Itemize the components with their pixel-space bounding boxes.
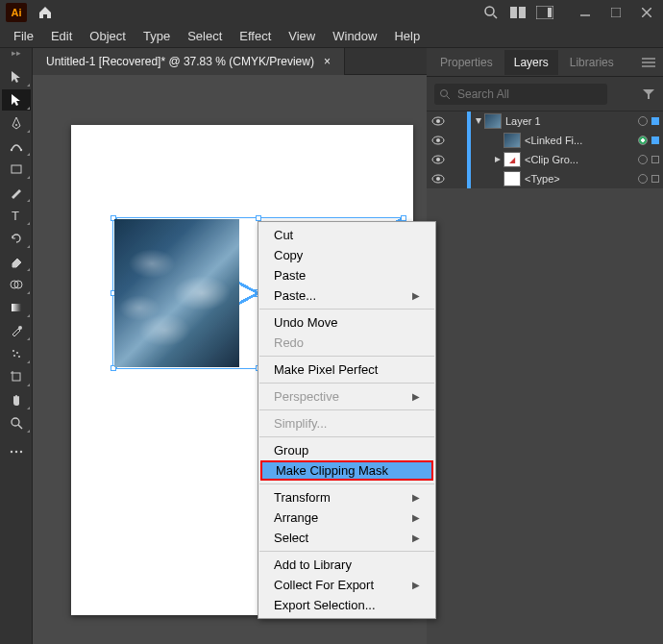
svg-point-30: [20, 451, 22, 453]
layer-name[interactable]: <Linked Fi...: [525, 135, 634, 146]
home-button[interactable]: [35, 2, 56, 23]
svg-point-21: [13, 355, 15, 357]
ctx-redo: Redo: [258, 333, 435, 353]
layer-row[interactable]: ◢ <Clip Gro...: [427, 150, 663, 169]
tools-panel: ▸▸ T: [0, 48, 33, 644]
layer-thumbnail: ◢: [503, 152, 521, 167]
ctx-export-selection[interactable]: Export Selection...: [258, 595, 435, 615]
svg-point-29: [15, 451, 17, 453]
eyedropper-tool[interactable]: [2, 320, 31, 341]
target-icon[interactable]: [634, 155, 651, 164]
ctx-paste[interactable]: Paste: [258, 265, 435, 285]
visibility-toggle[interactable]: [427, 116, 450, 126]
svg-rect-2: [510, 7, 517, 18]
artboard-tool[interactable]: [2, 366, 31, 387]
ctx-group[interactable]: Group: [258, 440, 435, 460]
ctx-arrange[interactable]: Arrange▶: [258, 508, 435, 528]
svg-line-35: [447, 96, 450, 99]
layer-row[interactable]: <Type>: [427, 169, 663, 188]
menu-help[interactable]: Help: [386, 26, 428, 46]
tab-layers[interactable]: Layers: [504, 50, 558, 75]
layers-search-input[interactable]: [434, 84, 607, 105]
maximize-button[interactable]: [607, 4, 625, 21]
svg-rect-13: [12, 165, 21, 173]
document-tab[interactable]: Untitled-1 [Recovered]* @ 37.83 % (CMYK/…: [33, 48, 345, 75]
paintbrush-tool[interactable]: [2, 182, 31, 203]
eraser-tool[interactable]: [2, 251, 31, 272]
shape-builder-tool[interactable]: [2, 274, 31, 295]
menu-object[interactable]: Object: [82, 26, 134, 46]
search-icon: [439, 88, 451, 100]
document-tab-close[interactable]: ×: [324, 55, 331, 68]
menu-file[interactable]: File: [6, 26, 41, 46]
hand-tool[interactable]: [2, 389, 31, 410]
ctx-cut[interactable]: Cut: [258, 225, 435, 245]
menu-window[interactable]: Window: [325, 26, 384, 46]
svg-point-22: [18, 356, 20, 358]
layer-row[interactable]: Layer 1: [427, 111, 663, 131]
ctx-make-clipping-mask[interactable]: Make Clipping Mask: [260, 460, 433, 481]
curvature-tool[interactable]: [2, 136, 31, 157]
filter-icon[interactable]: [642, 88, 655, 100]
rectangle-tool[interactable]: [2, 159, 31, 180]
target-icon[interactable]: [634, 174, 651, 184]
tab-libraries[interactable]: Libraries: [560, 50, 624, 75]
layer-name[interactable]: <Type>: [525, 173, 634, 185]
target-icon[interactable]: [634, 136, 651, 145]
document-tab-title: Untitled-1 [Recovered]* @ 37.83 % (CMYK/…: [46, 55, 314, 68]
direct-selection-tool[interactable]: [2, 89, 31, 111]
svg-rect-5: [548, 8, 552, 17]
ctx-copy[interactable]: Copy: [258, 245, 435, 265]
selection-tool[interactable]: [2, 66, 31, 87]
svg-rect-17: [12, 304, 21, 311]
svg-point-28: [11, 451, 12, 453]
ctx-select[interactable]: Select▶: [258, 528, 435, 548]
edit-toolbar[interactable]: [2, 441, 31, 462]
layer-thumbnail: [503, 133, 521, 148]
ctx-pixel-perfect[interactable]: Make Pixel Perfect: [258, 359, 435, 380]
ctx-paste-submenu[interactable]: Paste...▶: [258, 285, 435, 306]
visibility-toggle[interactable]: [427, 136, 450, 145]
visibility-toggle[interactable]: [427, 174, 450, 184]
ctx-transform[interactable]: Transform▶: [258, 487, 435, 508]
layer-name[interactable]: <Clip Gro...: [525, 154, 634, 165]
panels-dock: Properties Layers Libraries: [427, 48, 663, 644]
tools-drag-handle[interactable]: ▸▸: [0, 48, 32, 65]
zoom-tool[interactable]: [2, 412, 31, 433]
expand-toggle[interactable]: [473, 117, 484, 125]
search-icon[interactable]: [482, 4, 500, 21]
workspace-icon[interactable]: [536, 4, 553, 21]
menu-effect[interactable]: Effect: [232, 26, 279, 46]
svg-point-20: [16, 352, 18, 354]
svg-point-34: [441, 89, 448, 96]
menu-edit[interactable]: Edit: [43, 26, 80, 46]
svg-rect-7: [611, 8, 621, 17]
arrange-documents-icon[interactable]: [509, 4, 527, 21]
ctx-collect-for-export[interactable]: Collect For Export▶: [258, 575, 435, 595]
symbol-sprayer-tool[interactable]: [2, 343, 31, 364]
ctx-undo[interactable]: Undo Move: [258, 312, 435, 333]
minimize-button[interactable]: [577, 4, 594, 21]
type-tool[interactable]: T: [2, 205, 31, 226]
tab-properties[interactable]: Properties: [430, 50, 503, 75]
svg-point-26: [12, 418, 19, 426]
pen-tool[interactable]: [2, 112, 31, 134]
expand-toggle[interactable]: [492, 156, 503, 163]
gradient-tool[interactable]: [2, 297, 31, 318]
menu-select[interactable]: Select: [180, 26, 230, 46]
visibility-toggle[interactable]: [427, 155, 450, 164]
target-icon[interactable]: [634, 116, 651, 126]
panel-menu-icon[interactable]: [638, 54, 659, 71]
layer-row[interactable]: <Linked Fi...: [427, 131, 663, 150]
ctx-add-to-library[interactable]: Add to Library: [258, 555, 435, 575]
svg-line-1: [494, 15, 498, 19]
rotate-tool[interactable]: [2, 228, 31, 249]
menu-view[interactable]: View: [281, 26, 323, 46]
svg-point-18: [18, 326, 22, 330]
svg-point-11: [11, 149, 12, 151]
placed-image[interactable]: [114, 219, 239, 367]
layer-name[interactable]: Layer 1: [505, 115, 634, 127]
close-button[interactable]: [638, 4, 655, 21]
svg-text:T: T: [12, 209, 19, 222]
menu-type[interactable]: Type: [135, 26, 178, 46]
